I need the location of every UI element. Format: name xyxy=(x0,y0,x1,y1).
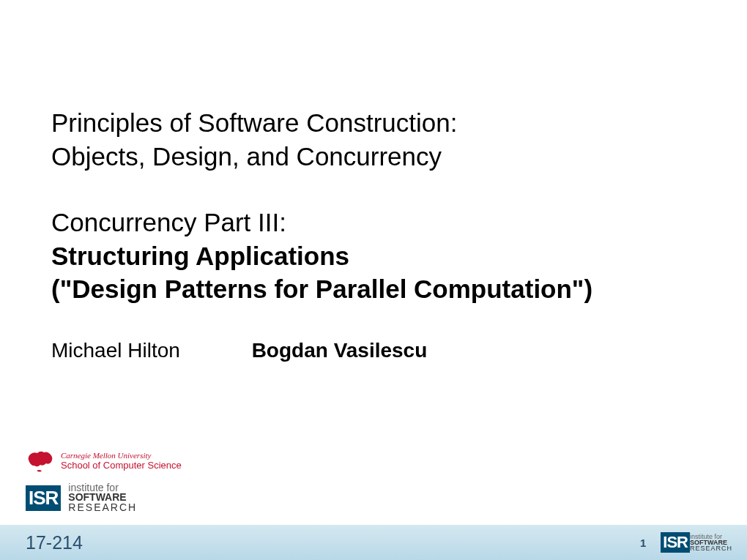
slide-content: Principles of Software Construction: Obj… xyxy=(0,0,747,362)
footer-isr-box-icon: ISR xyxy=(661,532,690,553)
logos-area: Carnegie Mellon University School of Com… xyxy=(26,449,182,512)
footer-isr-text: institute for SOFTWARE RESEARCH xyxy=(690,534,732,551)
spacer xyxy=(51,173,696,206)
cmu-logo: Carnegie Mellon University School of Com… xyxy=(26,449,182,474)
course-number: 17-214 xyxy=(26,532,83,553)
footer-isr-sr: SOFTWARE RESEARCH xyxy=(690,540,732,551)
isr-box-icon: ISR xyxy=(26,485,61,511)
dragon-icon xyxy=(26,449,55,474)
author-1: Michael Hilton xyxy=(51,339,180,362)
footer-isr-logo: ISR institute for SOFTWARE RESEARCH xyxy=(661,532,732,553)
title-line-4: Structuring Applications xyxy=(51,239,696,273)
isr-software-research-text: SOFTWARE RESEARCH xyxy=(68,493,137,512)
cmu-school-text: School of Computer Science xyxy=(61,460,182,471)
page-number: 1 xyxy=(640,537,646,549)
author-2: Bogdan Vasilescu xyxy=(252,339,428,362)
title-line-1: Principles of Software Construction: xyxy=(51,106,696,140)
authors: Michael Hilton Bogdan Vasilescu xyxy=(51,339,696,362)
cmu-university-text: Carnegie Mellon University xyxy=(61,452,182,460)
isr-logo: ISR institute for SOFTWARE RESEARCH xyxy=(26,483,182,512)
footer-right: 1 ISR institute for SOFTWARE RESEARCH xyxy=(640,532,732,553)
title-line-3: Concurrency Part III: xyxy=(51,206,696,239)
cmu-text: Carnegie Mellon University School of Com… xyxy=(61,452,182,471)
title-line-2: Objects, Design, and Concurrency xyxy=(51,140,696,173)
title-line-5: ("Design Patterns for Parallel Computati… xyxy=(51,272,696,306)
isr-text: institute for SOFTWARE RESEARCH xyxy=(68,483,137,512)
footer-bar: 17-214 1 ISR institute for SOFTWARE RESE… xyxy=(0,525,747,560)
